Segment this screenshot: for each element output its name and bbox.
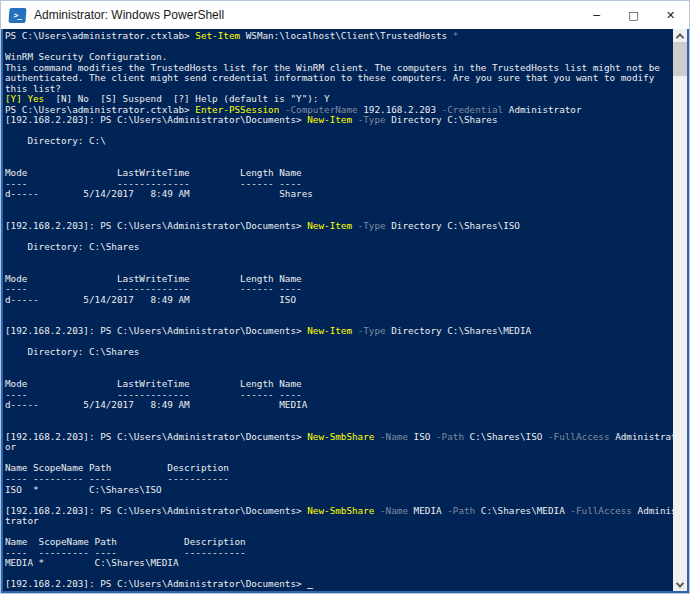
terminal-line: d----- 5/14/2017 8:49 AM MEDIA xyxy=(5,400,673,411)
terminal-line: or xyxy=(5,442,673,453)
terminal-line: [192.168.2.203]: PS C:\Users\Administrat… xyxy=(5,432,673,443)
terminal-line xyxy=(5,358,673,369)
terminal-line: ISO * C:\Shares\ISO xyxy=(5,485,673,496)
terminal-line: [192.168.2.203]: PS C:\Users\Administrat… xyxy=(5,326,673,337)
terminal-line: [192.168.2.203]: PS C:\Users\Administrat… xyxy=(5,115,673,126)
scroll-down-button[interactable] xyxy=(673,578,687,591)
terminal-line xyxy=(5,252,673,263)
scrollbar[interactable] xyxy=(673,29,687,591)
scroll-up-button[interactable] xyxy=(673,29,687,42)
terminal-line xyxy=(5,200,673,211)
terminal-line: trator xyxy=(5,516,673,527)
terminal-line: [192.168.2.203]: PS C:\Users\Administrat… xyxy=(5,221,673,232)
close-button[interactable]: ✕ xyxy=(652,1,689,29)
terminal-line xyxy=(5,411,673,422)
maximize-button[interactable]: □ xyxy=(615,1,652,29)
console-area: PS C:\Users\administrator.ctxlab> Set-It… xyxy=(1,29,689,593)
terminal-line: d----- 5/14/2017 8:49 AM ISO xyxy=(5,295,673,306)
terminal-line: Directory: C:\Shares xyxy=(5,347,673,358)
terminal-line: MEDIA * C:\Shares\MEDIA xyxy=(5,558,673,569)
terminal-line: PS C:\Users\administrator.ctxlab> Set-It… xyxy=(5,31,673,42)
terminal-output[interactable]: PS C:\Users\administrator.ctxlab> Set-It… xyxy=(3,29,673,591)
powershell-window: >_ Administrator: Windows PowerShell ─ □… xyxy=(0,0,690,594)
terminal-line: d----- 5/14/2017 8:49 AM Shares xyxy=(5,189,673,200)
scroll-thumb[interactable] xyxy=(673,42,687,76)
terminal-line: authenticated. The client might send cre… xyxy=(5,73,673,84)
powershell-icon: >_ xyxy=(8,8,26,23)
terminal-line: Directory: C:\ xyxy=(5,136,673,147)
terminal-line: [192.168.2.203]: PS C:\Users\Administrat… xyxy=(5,506,673,517)
minimize-button[interactable]: ─ xyxy=(578,1,615,29)
chevron-down-icon xyxy=(676,579,684,587)
window-title: Administrator: Windows PowerShell xyxy=(34,8,578,22)
terminal-line xyxy=(5,305,673,316)
chevron-up-icon xyxy=(676,33,684,41)
title-bar[interactable]: >_ Administrator: Windows PowerShell ─ □… xyxy=(1,1,689,29)
terminal-line: [192.168.2.203]: PS C:\Users\Administrat… xyxy=(5,579,673,590)
terminal-line: Directory: C:\Shares xyxy=(5,242,673,253)
terminal-line xyxy=(5,147,673,158)
